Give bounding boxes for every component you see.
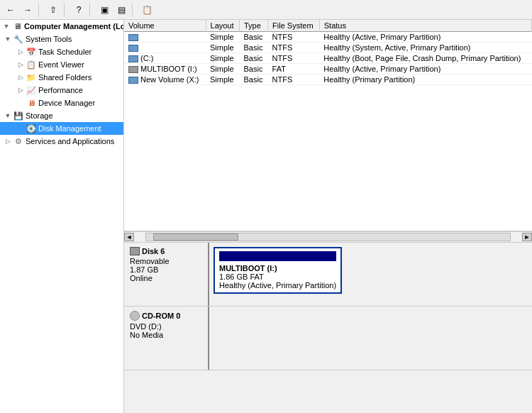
volume-bar xyxy=(219,251,336,261)
computer-icon: 🖥 xyxy=(11,21,23,32)
col-status[interactable]: Status xyxy=(319,20,531,32)
disk-type: Removable xyxy=(130,257,202,265)
cell-filesystem: NTFS xyxy=(268,43,320,53)
basic-icon xyxy=(128,54,140,62)
scroll-right-button[interactable]: ► xyxy=(522,233,532,241)
table-row[interactable]: SimpleBasicNTFSHealthy (System, Active, … xyxy=(124,43,532,53)
system-tools-expand-icon: ▼ xyxy=(3,34,13,44)
event-viewer-label: Event Viewer xyxy=(38,60,84,69)
scroll-thumb[interactable] xyxy=(153,233,238,241)
removable-icon xyxy=(128,65,140,73)
col-type[interactable]: Type xyxy=(239,20,267,32)
table-row[interactable]: MULTIBOOT (I:)SimpleBasicFATHealthy (Act… xyxy=(124,64,532,75)
sidebar: ▼ 🖥 Computer Management (Local ▼ 🔧 Syste… xyxy=(0,20,124,413)
toolbar-separator-2 xyxy=(64,3,68,17)
col-volume[interactable]: Volume xyxy=(124,20,206,32)
disk-panels: Disk 6Removable1.87 GBOnlineMULTIBOOT (I… xyxy=(124,243,532,413)
cell-type: Basic xyxy=(239,64,267,75)
toolbar-separator-1 xyxy=(38,3,43,17)
shared-folders-icon: 📁 xyxy=(26,72,37,83)
cell-type: Basic xyxy=(239,43,267,53)
disk-name-text: Disk 6 xyxy=(142,247,165,255)
cdrom-icon xyxy=(130,311,140,321)
cell-volume xyxy=(124,43,206,53)
export-button[interactable]: 📋 xyxy=(139,2,155,18)
disk-management-label: Disk Management xyxy=(38,124,101,133)
cell-volume xyxy=(124,32,206,43)
forward-button[interactable]: → xyxy=(20,2,35,18)
shared-folders-expand-icon: ▷ xyxy=(16,72,26,82)
services-expand-icon: ▷ xyxy=(3,136,13,146)
sidebar-item-shared-folders[interactable]: ▷ 📁 Shared Folders xyxy=(0,71,123,84)
sidebar-item-storage[interactable]: ▼ 💾 Storage xyxy=(0,109,123,122)
col-filesystem[interactable]: File System xyxy=(268,20,320,32)
task-scheduler-label: Task Scheduler xyxy=(38,48,92,56)
task-scheduler-expand-icon: ▷ xyxy=(16,47,26,57)
sidebar-item-services-and-apps[interactable]: ▷ ⚙ Services and Applications xyxy=(0,135,123,148)
toolbar: ← → ⇧ ? ▣ ▤ 📋 xyxy=(0,0,532,20)
cell-type: Basic xyxy=(239,32,267,43)
sidebar-root[interactable]: ▼ 🖥 Computer Management (Local xyxy=(0,20,123,33)
cell-filesystem: NTFS xyxy=(268,53,320,64)
content-area: Volume Layout Type File System Status Si… xyxy=(124,20,532,413)
cell-filesystem: NTFS xyxy=(268,75,320,85)
system-tools-icon: 🔧 xyxy=(13,33,24,45)
cell-layout: Simple xyxy=(206,53,239,64)
cell-layout: Simple xyxy=(206,75,239,85)
sidebar-item-performance[interactable]: ▷ 📈 Performance xyxy=(0,84,123,97)
table-row[interactable]: (C:)SimpleBasicNTFSHealthy (Boot, Page F… xyxy=(124,53,532,64)
disk-info-disk6: Disk 6Removable1.87 GBOnline xyxy=(124,243,209,306)
view-button-2[interactable]: ▤ xyxy=(113,2,129,18)
table-row[interactable]: SimpleBasicNTFSHealthy (Active, Primary … xyxy=(124,32,532,43)
disk-status: Online xyxy=(130,274,202,282)
cell-volume: (C:) xyxy=(124,53,206,64)
services-label: Services and Applications xyxy=(26,137,114,145)
shared-folders-label: Shared Folders xyxy=(38,73,92,82)
cell-layout: Simple xyxy=(206,64,239,75)
disk-info-cdrom0: CD-ROM 0DVD (D:)No Media xyxy=(124,307,209,370)
storage-label: Storage xyxy=(26,111,53,120)
basic-icon xyxy=(128,33,140,41)
horizontal-scrollbar[interactable]: ◄ ► xyxy=(124,231,532,243)
device-manager-expand-icon xyxy=(16,98,26,108)
storage-icon: 💾 xyxy=(13,110,24,121)
cell-status: Healthy (Primary Partition) xyxy=(319,75,531,85)
device-manager-icon: 🖥 xyxy=(26,97,37,109)
root-expand-icon: ▼ xyxy=(1,21,11,31)
event-viewer-expand-icon: ▷ xyxy=(16,60,26,70)
disk-panel-cdrom0: CD-ROM 0DVD (D:)No Media xyxy=(124,307,532,370)
up-button[interactable]: ⇧ xyxy=(45,2,61,18)
cell-layout: Simple xyxy=(206,43,239,53)
basic-icon xyxy=(128,43,140,52)
sidebar-item-disk-management[interactable]: 💽 Disk Management xyxy=(0,122,123,135)
cell-status: Healthy (Active, Primary Partition) xyxy=(319,64,531,75)
disk-volumes-cdrom0 xyxy=(209,307,532,370)
sidebar-item-device-manager[interactable]: 🖥 Device Manager xyxy=(0,97,123,109)
scroll-track[interactable] xyxy=(145,233,511,241)
storage-expand-icon: ▼ xyxy=(3,111,13,121)
volume-label: MULTIBOOT (I:) xyxy=(219,264,336,272)
cell-layout: Simple xyxy=(206,32,239,43)
task-scheduler-icon: 📅 xyxy=(26,46,37,57)
cell-type: Basic xyxy=(239,53,267,64)
help-button[interactable]: ? xyxy=(71,2,87,18)
device-manager-label: Device Manager xyxy=(38,99,95,107)
sidebar-item-event-viewer[interactable]: ▷ 📋 Event Viewer xyxy=(0,58,123,71)
cell-type: Basic xyxy=(239,75,267,85)
disk-name-disk6: Disk 6 xyxy=(130,247,202,255)
scroll-left-button[interactable]: ◄ xyxy=(124,233,134,241)
performance-expand-icon: ▷ xyxy=(16,85,26,95)
sidebar-item-task-scheduler[interactable]: ▷ 📅 Task Scheduler xyxy=(0,45,123,58)
basic-icon xyxy=(128,75,140,84)
disk-table-area: Volume Layout Type File System Status Si… xyxy=(124,20,532,231)
sidebar-item-system-tools[interactable]: ▼ 🔧 System Tools xyxy=(0,33,123,45)
disk-panel-disk6: Disk 6Removable1.87 GBOnlineMULTIBOOT (I… xyxy=(124,243,532,307)
view-button-1[interactable]: ▣ xyxy=(96,2,112,18)
disk-volumes-disk6: MULTIBOOT (I:)1.86 GB FATHealthy (Active… xyxy=(209,243,532,306)
root-label: Computer Management (Local xyxy=(24,22,124,31)
table-row[interactable]: New Volume (X:)SimpleBasicNTFSHealthy (P… xyxy=(124,75,532,85)
volume-block[interactable]: MULTIBOOT (I:)1.86 GB FATHealthy (Active… xyxy=(214,247,342,294)
back-button[interactable]: ← xyxy=(3,2,18,18)
cell-filesystem: FAT xyxy=(268,64,320,75)
col-layout[interactable]: Layout xyxy=(206,20,239,32)
